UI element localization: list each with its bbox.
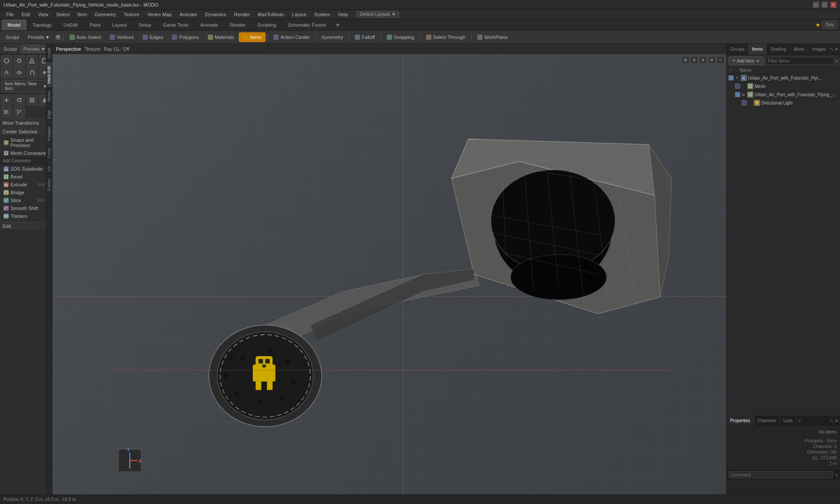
rp-tab-images[interactable]: Images	[808, 44, 830, 55]
tree-vis-btn-urban[interactable]	[735, 92, 740, 97]
edges-button[interactable]: Edges	[139, 32, 167, 42]
tab-game-tools[interactable]: Game Tools	[157, 20, 194, 30]
symmetry-button[interactable]: Symmetry	[318, 32, 347, 42]
default-layouts-btn[interactable]: Default Layouts ▼	[357, 11, 399, 18]
side-tab-fusion[interactable]: Fusion	[46, 175, 52, 194]
menu-file[interactable]: File	[3, 11, 18, 18]
side-tab-mesh-edit[interactable]: Mesh Edit	[46, 62, 52, 87]
center-selected-dropdown[interactable]: Center Selected ▼	[0, 127, 52, 136]
side-tab-sculpt[interactable]: Sculpt	[46, 44, 52, 62]
rp-tab-mesh[interactable]: Mesh	[790, 44, 808, 55]
only-button[interactable]: Only	[822, 21, 837, 28]
slice-item[interactable]: Slice Shift C	[0, 196, 52, 204]
tab-setup[interactable]: Setup	[133, 20, 157, 30]
toolbar-settings-icon[interactable]: ⚙	[56, 35, 61, 40]
side-tab-curve[interactable]: Curve	[46, 144, 52, 162]
tab-layout[interactable]: Layout	[107, 20, 133, 30]
menu-render[interactable]: Render	[231, 11, 253, 18]
tree-item-mesh[interactable]: Mesh	[727, 82, 840, 91]
filter-icon[interactable]: ≡	[836, 59, 838, 63]
command-input[interactable]	[728, 471, 833, 478]
rp-tab-items[interactable]: Items	[749, 44, 766, 55]
sculpt-label[interactable]: Sculpt	[2, 46, 19, 52]
props-expand-icon[interactable]: ⤡	[830, 418, 833, 423]
presets-btn[interactable]: Presets ▼	[21, 45, 49, 53]
tab-schematic-fusion[interactable]: Schematic Fusion	[282, 20, 332, 30]
props-close-icon[interactable]: ✕	[835, 418, 838, 423]
tab-paint[interactable]: Paint	[84, 20, 106, 30]
action-center-button[interactable]: Action Center	[270, 32, 314, 42]
transform-icon-6[interactable]	[14, 106, 25, 118]
maximize-button[interactable]: □	[822, 2, 828, 8]
viewport[interactable]: Perspective Texture Ray GL: Off ⊞ ⊕ ⊗ ⚙ …	[52, 44, 726, 494]
rp-tab-close-icon[interactable]: ✕	[835, 47, 838, 52]
workplane-button[interactable]: WorkPlane	[473, 32, 512, 42]
tool-icon-3[interactable]	[26, 55, 38, 66]
vp-zoom-button[interactable]: ⊕	[690, 56, 698, 64]
bridge-item[interactable]: Bridge	[0, 189, 52, 196]
rp-tab-expand-icon[interactable]: ⤡	[830, 47, 834, 52]
edit-dropdown[interactable]: Edit ▼	[0, 222, 52, 231]
sds-subdivide-item[interactable]: SDS Subdivide	[0, 165, 52, 173]
vertices-button[interactable]: Vertices	[106, 32, 138, 42]
item-menu-button[interactable]: Item Menu: New Item ▼	[2, 80, 50, 92]
side-tab-polygon[interactable]: Polygon	[46, 122, 52, 144]
menu-view[interactable]: View	[35, 11, 52, 18]
tree-vis-btn-mesh[interactable]	[735, 84, 740, 89]
menu-item[interactable]: Item	[74, 11, 90, 18]
tab-model[interactable]: Model	[2, 20, 26, 30]
smooth-shift-item[interactable]: Smooth Shift	[0, 204, 52, 212]
add-item-button[interactable]: + Add Item ▼	[728, 56, 764, 65]
presets-button[interactable]: Presets ▼	[24, 32, 54, 42]
menu-layout[interactable]: Layout	[288, 11, 310, 18]
add-geometry-header[interactable]: Add Geometry	[0, 157, 52, 165]
menu-animate[interactable]: Animate	[176, 11, 200, 18]
command-expand-icon[interactable]: ⤡	[835, 472, 838, 477]
tree-vis-btn-root[interactable]	[728, 75, 734, 80]
vp-expand-button[interactable]: ⤡	[717, 56, 724, 64]
menu-texture[interactable]: Texture	[120, 11, 143, 18]
bevel-item[interactable]: Bevel	[0, 173, 52, 181]
tab-uvedit[interactable]: UvEdit	[58, 20, 83, 30]
menu-system[interactable]: System	[311, 11, 334, 18]
tool-icon-6[interactable]	[14, 67, 25, 78]
tab-animate[interactable]: Animate	[195, 20, 224, 30]
tree-item-root[interactable]: ▼ Urban_Air_Port_with_Futuristic_Flyi...	[727, 74, 840, 82]
close-button[interactable]: ✕	[830, 2, 836, 8]
tool-icon-2[interactable]	[14, 55, 25, 66]
props-tab-lists[interactable]: Lists	[780, 416, 797, 425]
minimize-button[interactable]: —	[813, 2, 819, 8]
extrude-item[interactable]: Extrude Shift V	[0, 181, 52, 189]
thicken-item[interactable]: Thicken	[0, 212, 52, 220]
props-tab-channels[interactable]: Channels	[754, 416, 780, 425]
menu-vertex-map[interactable]: Vertex Map	[144, 11, 175, 18]
menu-select[interactable]: Select	[52, 11, 73, 18]
menu-maxtomodo[interactable]: MaxToModo	[254, 11, 287, 18]
tool-icon-1[interactable]	[1, 55, 12, 66]
tab-render[interactable]: Render	[224, 20, 251, 30]
tree-item-light[interactable]: Directional Light	[727, 99, 840, 107]
transform-icon-3[interactable]	[26, 94, 38, 106]
more-transforms-dropdown[interactable]: More Transforms ▼	[0, 119, 52, 127]
star-button[interactable]: ★	[816, 22, 820, 28]
snapping-button[interactable]: Snapping	[383, 32, 418, 42]
side-tab-uv[interactable]: UV	[46, 162, 52, 175]
transform-icon-5[interactable]	[1, 106, 12, 118]
add-tab-button[interactable]: +	[332, 21, 343, 29]
snaps-precision-item[interactable]: Snaps and Precision	[0, 136, 52, 149]
select-through-button[interactable]: Select Through	[422, 32, 469, 42]
menu-help[interactable]: Help	[335, 11, 352, 18]
props-tab-properties[interactable]: Properties	[727, 416, 754, 425]
materials-button[interactable]: Materials	[204, 32, 238, 42]
transform-icon-2[interactable]	[14, 94, 25, 106]
menu-geometry[interactable]: Geometry	[91, 11, 119, 18]
mesh-constraints-item[interactable]: Mesh Constraints	[0, 149, 52, 157]
falloff-button[interactable]: Falloff	[351, 32, 379, 42]
tool-icon-7[interactable]	[26, 67, 38, 78]
props-tab-plus-button[interactable]: +	[798, 418, 801, 424]
tool-icon-5[interactable]	[1, 67, 12, 78]
polygons-button[interactable]: Polygons	[168, 32, 203, 42]
tree-vis-btn-light[interactable]	[742, 100, 747, 105]
filter-items-input[interactable]	[766, 57, 834, 65]
items-button[interactable]: Items	[239, 32, 266, 42]
